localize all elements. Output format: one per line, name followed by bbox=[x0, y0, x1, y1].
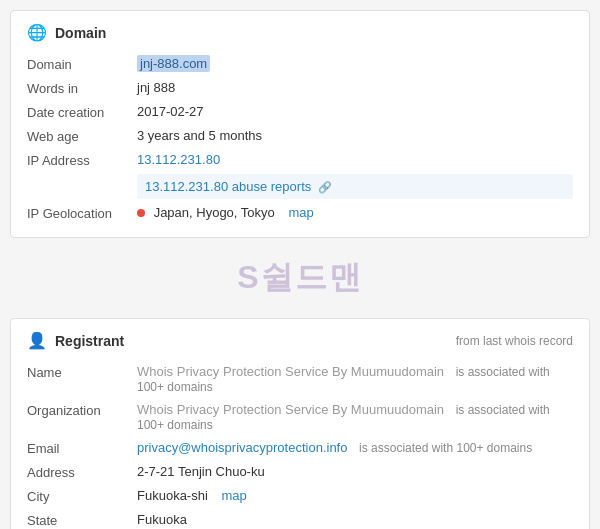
address-row: Address 2-7-21 Tenjin Chuo-ku bbox=[27, 460, 573, 484]
email-value: privacy@whoisprivacyprotection.info is a… bbox=[137, 440, 573, 455]
geo-map-link[interactable]: map bbox=[288, 205, 313, 220]
state-value: Fukuoka bbox=[137, 512, 573, 527]
domain-row: Domain jnj-888.com bbox=[27, 52, 573, 76]
web-age-value: 3 years and 5 months bbox=[137, 128, 573, 143]
date-creation-value: 2017-02-27 bbox=[137, 104, 573, 119]
globe-icon: 🌐 bbox=[27, 23, 47, 42]
city-map-link[interactable]: map bbox=[221, 488, 246, 503]
domain-section-title: 🌐 Domain bbox=[27, 23, 573, 42]
city-value: Fukuoka-shi map bbox=[137, 488, 573, 503]
registrant-title-text: Registrant bbox=[55, 333, 124, 349]
state-row: State Fukuoka bbox=[27, 508, 573, 529]
email-row: Email privacy@whoisprivacyprotection.inf… bbox=[27, 436, 573, 460]
abuse-link[interactable]: 13.112.231.80 abuse reports 🔗 bbox=[145, 179, 332, 194]
abuse-row: 13.112.231.80 abuse reports 🔗 bbox=[137, 174, 573, 199]
geo-dot bbox=[137, 209, 145, 217]
org-label: Organization bbox=[27, 402, 137, 418]
address-label: Address bbox=[27, 464, 137, 480]
geo-row: IP Geolocation Japan, Hyogo, Tokyo map bbox=[27, 201, 573, 225]
words-value: jnj 888 bbox=[137, 80, 573, 95]
geo-value: Japan, Hyogo, Tokyo map bbox=[137, 205, 573, 220]
email-label: Email bbox=[27, 440, 137, 456]
org-text: Whois Privacy Protection Service By Muum… bbox=[137, 402, 444, 417]
geo-text: Japan, Hyogo, Tokyo bbox=[154, 205, 275, 220]
city-row: City Fukuoka-shi map bbox=[27, 484, 573, 508]
words-label: Words in bbox=[27, 80, 137, 96]
org-value: Whois Privacy Protection Service By Muum… bbox=[137, 402, 573, 432]
city-label: City bbox=[27, 488, 137, 504]
city-text: Fukuoka-shi bbox=[137, 488, 208, 503]
watermark-1: S쉴드맨 bbox=[237, 256, 362, 300]
name-value: Whois Privacy Protection Service By Muum… bbox=[137, 364, 573, 394]
state-label: State bbox=[27, 512, 137, 528]
email-link[interactable]: privacy@whoisprivacyprotection.info bbox=[137, 440, 347, 455]
from-whois-label: from last whois record bbox=[456, 334, 573, 348]
web-age-label: Web age bbox=[27, 128, 137, 144]
domain-section: 🌐 Domain Domain jnj-888.com Words in jnj… bbox=[10, 10, 590, 238]
date-creation-row: Date creation 2017-02-27 bbox=[27, 100, 573, 124]
words-row: Words in jnj 888 bbox=[27, 76, 573, 100]
email-assoc: is associated with 100+ domains bbox=[359, 441, 532, 455]
name-text: Whois Privacy Protection Service By Muum… bbox=[137, 364, 444, 379]
address-value: 2-7-21 Tenjin Chuo-ku bbox=[137, 464, 573, 479]
ip-address-row: IP Address 13.112.231.80 bbox=[27, 148, 573, 172]
geo-label: IP Geolocation bbox=[27, 205, 137, 221]
name-label: Name bbox=[27, 364, 137, 380]
abuse-text: 13.112.231.80 abuse reports bbox=[145, 179, 311, 194]
ip-address-value: 13.112.231.80 bbox=[137, 152, 573, 167]
web-age-row: Web age 3 years and 5 months bbox=[27, 124, 573, 148]
domain-title-text: Domain bbox=[55, 25, 106, 41]
ip-address-link[interactable]: 13.112.231.80 bbox=[137, 152, 220, 167]
domain-label: Domain bbox=[27, 56, 137, 72]
name-row: Name Whois Privacy Protection Service By… bbox=[27, 360, 573, 398]
watermark-container-1: S쉴드맨 bbox=[0, 248, 600, 308]
domain-highlighted[interactable]: jnj-888.com bbox=[137, 55, 210, 72]
org-row: Organization Whois Privacy Protection Se… bbox=[27, 398, 573, 436]
user-icon: 👤 bbox=[27, 331, 47, 350]
date-creation-label: Date creation bbox=[27, 104, 137, 120]
external-link-icon: 🔗 bbox=[318, 181, 332, 193]
ip-address-label: IP Address bbox=[27, 152, 137, 168]
registrant-section: 👤 Registrant from last whois record Name… bbox=[10, 318, 590, 529]
registrant-title: 👤 Registrant bbox=[27, 331, 124, 350]
registrant-header: 👤 Registrant from last whois record bbox=[27, 331, 573, 350]
domain-value: jnj-888.com bbox=[137, 56, 573, 71]
